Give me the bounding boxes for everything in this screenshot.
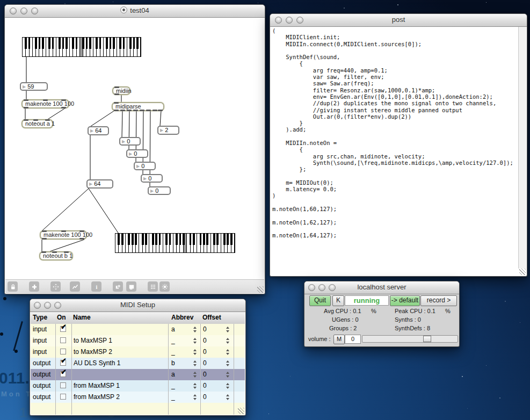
black-key[interactable] (119, 38, 121, 49)
checkbox[interactable] (60, 382, 66, 388)
black-key[interactable] (110, 38, 112, 49)
black-key[interactable] (129, 38, 132, 49)
lock-icon[interactable] (8, 281, 18, 292)
abbrev-stepper[interactable] (193, 371, 198, 378)
options-icon[interactable] (159, 281, 170, 292)
black-key[interactable] (118, 234, 120, 245)
comment-icon[interactable] (126, 281, 136, 292)
number-box-59[interactable]: ▶59 (20, 82, 48, 91)
checkbox[interactable]: ✔ (60, 326, 66, 332)
column-header-offset[interactable]: Offset (202, 314, 221, 321)
column-header-type[interactable]: Type (33, 314, 47, 321)
object-noteout-a[interactable]: noteout a 1 (21, 119, 53, 128)
checkbox[interactable] (60, 349, 66, 354)
table-row[interactable]: outputfrom MaxMSP 2_0 (31, 392, 245, 403)
kslider-bottom[interactable] (115, 233, 235, 253)
offset-stepper[interactable] (226, 337, 230, 344)
black-key[interactable] (135, 234, 137, 245)
move-icon[interactable] (50, 281, 61, 292)
black-key[interactable] (42, 38, 44, 49)
abbrev-stepper[interactable] (193, 360, 198, 367)
table-row[interactable]: outputfrom MaxMSP 1_0 (31, 380, 245, 392)
number-box-64-1[interactable]: ▶64 (88, 126, 109, 135)
code-editor[interactable]: ( MIDIClient.init; MIDIIn.connect(0,MIDI… (272, 27, 518, 274)
black-key[interactable] (72, 38, 74, 49)
kslider-top[interactable] (22, 37, 141, 57)
abbrev-stepper[interactable] (193, 337, 198, 344)
black-key[interactable] (133, 38, 135, 49)
resize-handle[interactable] (257, 286, 264, 293)
black-key[interactable] (113, 38, 115, 49)
black-key[interactable] (136, 38, 139, 49)
object-midiparse[interactable]: midiparse (112, 102, 164, 111)
table-row[interactable]: inputto MaxMSP 2_0 (31, 346, 245, 358)
black-key[interactable] (193, 234, 195, 245)
object-midiin[interactable]: midiin (112, 86, 130, 95)
mute-button[interactable]: M (333, 335, 345, 344)
black-key[interactable] (35, 38, 37, 49)
black-key[interactable] (66, 38, 68, 49)
column-header-name[interactable]: Name (73, 314, 91, 321)
checkbox[interactable] (60, 337, 66, 343)
black-key[interactable] (142, 234, 144, 245)
volume-slider-thumb[interactable] (423, 336, 431, 342)
volume-slider[interactable] (362, 335, 458, 343)
titlebar-test04[interactable]: test04 (5, 5, 265, 18)
number-box-0-2[interactable]: ▶0 (126, 149, 148, 158)
black-key[interactable] (176, 234, 178, 245)
offset-stepper[interactable] (226, 382, 230, 389)
number-box-0-4[interactable]: ▶0 (141, 174, 163, 183)
black-key[interactable] (213, 234, 215, 245)
black-key[interactable] (145, 234, 147, 245)
grid-icon[interactable] (148, 281, 158, 292)
patcher-icon[interactable] (113, 281, 123, 292)
k-button[interactable]: K (332, 295, 344, 306)
offset-stepper[interactable] (226, 326, 230, 333)
black-key[interactable] (106, 38, 108, 49)
black-key[interactable] (28, 38, 31, 49)
abbrev-stepper[interactable] (193, 382, 198, 389)
black-key[interactable] (25, 38, 27, 49)
add-object-icon[interactable] (29, 281, 39, 292)
black-key[interactable] (206, 234, 208, 245)
titlebar-server[interactable]: localhost server (304, 281, 459, 294)
table-row[interactable]: inputto MaxMSP 1_0 (31, 335, 245, 346)
object-makenote-2[interactable]: makenote 100 100 (40, 230, 87, 240)
checkbox[interactable]: ✔ (60, 371, 66, 377)
table-row-selected[interactable]: output✔a0 (31, 369, 245, 380)
black-key[interactable] (183, 234, 185, 245)
black-key[interactable] (165, 234, 168, 245)
titlebar-post[interactable]: post (270, 14, 527, 27)
presentation-icon[interactable] (70, 281, 80, 292)
patcher-canvas[interactable]: ▶59makenote 100 100noteout a 1midiinmidi… (5, 18, 264, 279)
number-box-0-1[interactable]: ▶0 (119, 137, 141, 146)
black-key[interactable] (52, 38, 54, 49)
black-key[interactable] (179, 234, 181, 245)
black-key[interactable] (121, 234, 124, 245)
black-key[interactable] (48, 38, 50, 49)
abbrev-stepper[interactable] (193, 394, 198, 401)
black-key[interactable] (96, 38, 98, 49)
offset-stepper[interactable] (226, 360, 230, 367)
table-row[interactable]: input✔a0 (31, 324, 245, 335)
black-key[interactable] (200, 234, 202, 245)
black-key[interactable] (59, 38, 61, 49)
default-button[interactable]: -> default (390, 295, 420, 306)
black-key[interactable] (99, 38, 101, 49)
black-key[interactable] (203, 234, 205, 245)
abbrev-stepper[interactable] (193, 326, 198, 333)
black-key[interactable] (230, 234, 233, 245)
info-icon[interactable]: i (91, 281, 101, 292)
offset-stepper[interactable] (226, 371, 230, 378)
black-key[interactable] (89, 38, 91, 49)
table-row[interactable]: output✔AU DLS Synth 1b0 (31, 358, 245, 369)
volume-field[interactable]: 0 (345, 335, 361, 344)
black-key[interactable] (216, 234, 219, 245)
checkbox[interactable] (60, 394, 66, 400)
vertical-scrollbar[interactable] (518, 27, 526, 269)
column-header-abbrev[interactable]: Abbrev (171, 314, 193, 321)
column-header-on[interactable]: On (57, 314, 66, 321)
black-key[interactable] (169, 234, 171, 245)
object-noteout-b[interactable]: noteout b 1 (39, 251, 73, 260)
black-key[interactable] (123, 38, 125, 49)
